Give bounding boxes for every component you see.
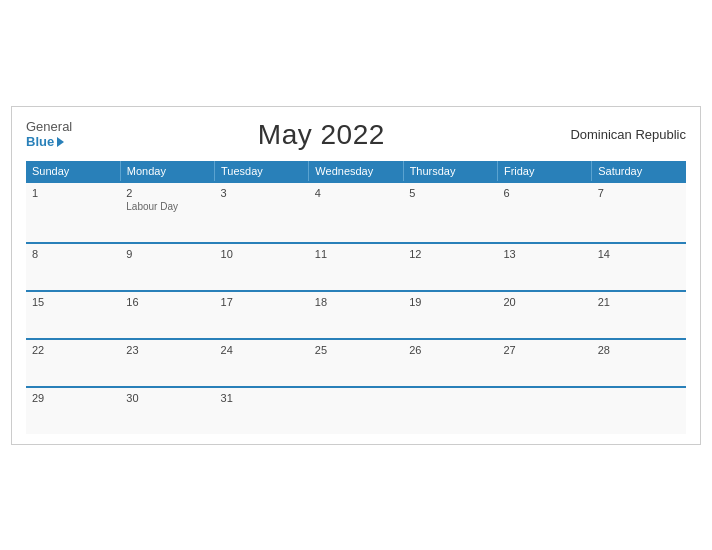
calendar-cell	[497, 387, 591, 434]
calendar-cell: 20	[497, 291, 591, 339]
calendar-cell: 22	[26, 339, 120, 387]
calendar-cell: 28	[592, 339, 686, 387]
calendar-week-row: 293031	[26, 387, 686, 434]
day-number: 27	[503, 344, 515, 356]
calendar-cell: 26	[403, 339, 497, 387]
calendar-cell: 12	[403, 243, 497, 291]
header-monday: Monday	[120, 161, 214, 182]
day-number: 9	[126, 248, 132, 260]
day-number: 5	[409, 187, 415, 199]
day-number: 10	[221, 248, 233, 260]
calendar-cell: 24	[215, 339, 309, 387]
weekday-header-row: Sunday Monday Tuesday Wednesday Thursday…	[26, 161, 686, 182]
header-tuesday: Tuesday	[215, 161, 309, 182]
calendar-cell: 29	[26, 387, 120, 434]
calendar-week-row: 22232425262728	[26, 339, 686, 387]
day-number: 16	[126, 296, 138, 308]
day-number: 2	[126, 187, 132, 199]
calendar-cell	[403, 387, 497, 434]
day-number: 15	[32, 296, 44, 308]
calendar-cell: 3	[215, 182, 309, 243]
day-number: 25	[315, 344, 327, 356]
calendar-cell: 30	[120, 387, 214, 434]
logo-triangle-icon	[57, 137, 64, 147]
header-sunday: Sunday	[26, 161, 120, 182]
day-number: 11	[315, 248, 327, 260]
day-number: 21	[598, 296, 610, 308]
day-number: 29	[32, 392, 44, 404]
calendar-cell: 19	[403, 291, 497, 339]
calendar-cell: 16	[120, 291, 214, 339]
day-number: 13	[503, 248, 515, 260]
calendar-title: May 2022	[258, 119, 385, 151]
day-number: 14	[598, 248, 610, 260]
header-saturday: Saturday	[592, 161, 686, 182]
day-number: 26	[409, 344, 421, 356]
calendar: General Blue May 2022 Dominican Republic…	[11, 106, 701, 445]
day-number: 22	[32, 344, 44, 356]
calendar-cell: 13	[497, 243, 591, 291]
calendar-cell: 4	[309, 182, 403, 243]
logo: General Blue	[26, 120, 72, 149]
day-number: 6	[503, 187, 509, 199]
calendar-cell: 27	[497, 339, 591, 387]
calendar-cell: 8	[26, 243, 120, 291]
calendar-week-row: 12Labour Day34567	[26, 182, 686, 243]
day-number: 20	[503, 296, 515, 308]
calendar-cell: 14	[592, 243, 686, 291]
calendar-cell: 17	[215, 291, 309, 339]
day-number: 8	[32, 248, 38, 260]
calendar-cell: 11	[309, 243, 403, 291]
calendar-cell: 10	[215, 243, 309, 291]
calendar-cell: 21	[592, 291, 686, 339]
day-number: 18	[315, 296, 327, 308]
calendar-header: General Blue May 2022 Dominican Republic	[26, 119, 686, 151]
calendar-week-row: 15161718192021	[26, 291, 686, 339]
logo-blue-text: Blue	[26, 135, 72, 149]
day-number: 7	[598, 187, 604, 199]
day-number: 12	[409, 248, 421, 260]
header-friday: Friday	[497, 161, 591, 182]
calendar-cell: 1	[26, 182, 120, 243]
calendar-cell: 15	[26, 291, 120, 339]
calendar-cell	[309, 387, 403, 434]
calendar-country: Dominican Republic	[570, 127, 686, 142]
calendar-cell: 31	[215, 387, 309, 434]
calendar-cell	[592, 387, 686, 434]
calendar-cell: 9	[120, 243, 214, 291]
calendar-table: Sunday Monday Tuesday Wednesday Thursday…	[26, 161, 686, 434]
calendar-week-row: 891011121314	[26, 243, 686, 291]
calendar-cell: 5	[403, 182, 497, 243]
holiday-label: Labour Day	[126, 201, 208, 212]
calendar-cell: 2Labour Day	[120, 182, 214, 243]
calendar-cell: 25	[309, 339, 403, 387]
day-number: 17	[221, 296, 233, 308]
calendar-cell: 23	[120, 339, 214, 387]
day-number: 19	[409, 296, 421, 308]
day-number: 30	[126, 392, 138, 404]
day-number: 3	[221, 187, 227, 199]
header-thursday: Thursday	[403, 161, 497, 182]
day-number: 31	[221, 392, 233, 404]
calendar-cell: 6	[497, 182, 591, 243]
day-number: 4	[315, 187, 321, 199]
calendar-cell: 7	[592, 182, 686, 243]
header-wednesday: Wednesday	[309, 161, 403, 182]
calendar-cell: 18	[309, 291, 403, 339]
day-number: 24	[221, 344, 233, 356]
day-number: 28	[598, 344, 610, 356]
day-number: 1	[32, 187, 38, 199]
logo-general-text: General	[26, 120, 72, 134]
day-number: 23	[126, 344, 138, 356]
